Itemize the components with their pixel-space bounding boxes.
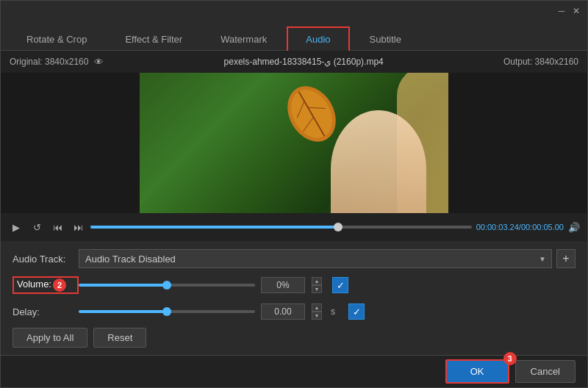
eye-icon[interactable]: 👁 [94,57,104,68]
delay-label: Delay: [12,306,79,317]
tab-effect-filter[interactable]: Effect & Filter [107,27,201,51]
delay-spinner: ▲ ▼ [312,303,322,320]
skip-next-button[interactable]: ⏭ [70,219,86,235]
action-buttons: Apply to All Reset [12,328,576,348]
add-audio-track-button[interactable]: + [556,249,576,268]
progress-thumb [334,223,343,231]
ok-button-wrapper: OK 3 [445,359,509,384]
cancel-button[interactable]: Cancel [515,360,576,383]
progress-bar[interactable] [90,226,472,229]
volume-slider-container: 0% ▲ ▼ ✓ [79,277,576,293]
playback-controls: ▶ ↺ ⏮ ⏭ 00:00:03.24/00:00:05.00 🔊 [1,213,587,241]
original-resolution: Original: 3840x2160 [10,57,88,67]
tab-subtitle[interactable]: Subtitle [351,27,420,51]
time-current: 00:00:03.24 [476,223,519,231]
ok-badge: 3 [503,352,517,365]
tab-bar: Rotate & Crop Effect & Filter Watermark … [1,21,587,51]
volume-badge: 2 [53,279,66,292]
audio-track-label: Audio Track: [12,254,79,265]
audio-track-select-wrapper: Audio Track Disabled [79,249,552,268]
delay-up-button[interactable]: ▲ [312,303,322,312]
volume-label: Volume:2 [12,276,79,294]
delay-check-button[interactable]: ✓ [348,303,365,320]
play-button[interactable]: ▶ [8,219,24,235]
audio-track-select[interactable]: Audio Track Disabled [79,249,552,268]
delay-value: 0.00 [261,303,305,320]
title-bar: ─ ✕ [1,1,587,21]
volume-icon[interactable]: 🔊 [568,222,580,233]
volume-slider[interactable] [79,284,255,287]
delay-row: Delay: 0.00 ▲ ▼ s ✓ [12,301,576,322]
tab-watermark[interactable]: Watermark [202,27,285,51]
volume-up-button[interactable]: ▲ [312,277,322,285]
delay-slider-container: 0.00 ▲ ▼ s ✓ [79,303,576,320]
video-preview [1,73,587,213]
volume-check-button[interactable]: ✓ [332,277,348,293]
time-total: 00:00:05.00 [521,223,564,231]
skip-prev-button[interactable]: ⏮ [49,219,65,235]
video-thumbnail [140,73,448,213]
delay-unit: s [331,306,335,317]
replay-button[interactable]: ↺ [29,219,45,235]
delay-down-button[interactable]: ▼ [312,312,322,320]
close-button[interactable]: ✕ [570,4,583,18]
reset-button[interactable]: Reset [93,328,146,348]
volume-down-button[interactable]: ▼ [312,285,322,293]
minimize-button[interactable]: ─ [555,4,568,18]
tab-rotate-crop[interactable]: Rotate & Crop [8,27,105,51]
apply-to-all-button[interactable]: Apply to All [12,328,87,348]
delay-slider[interactable] [79,310,255,313]
output-resolution: Output: 3840x2160 [503,57,578,67]
filename: pexels-ahmed-ي-18338415 (2160p).mp4 [104,57,503,67]
audio-track-row: Audio Track: Audio Track Disabled + [12,248,576,269]
ok-button[interactable]: OK [445,359,509,384]
time-display: 00:00:03.24/00:00:05.00 [476,223,564,231]
settings-panel: Audio Track: Audio Track Disabled + Volu… [1,241,587,355]
info-bar: Original: 3840x2160 👁 pexels-ahmed-ي-183… [1,51,587,73]
progress-fill [90,226,338,229]
tab-audio[interactable]: Audio [287,26,349,51]
volume-spinner: ▲ ▼ [312,277,322,293]
volume-value: 0% [261,277,305,293]
main-window: ─ ✕ Rotate & Crop Effect & Filter Waterm… [0,0,588,388]
volume-row: Volume:2 0% ▲ ▼ ✓ [12,275,576,295]
bottom-bar: OK 3 Cancel [1,355,587,387]
